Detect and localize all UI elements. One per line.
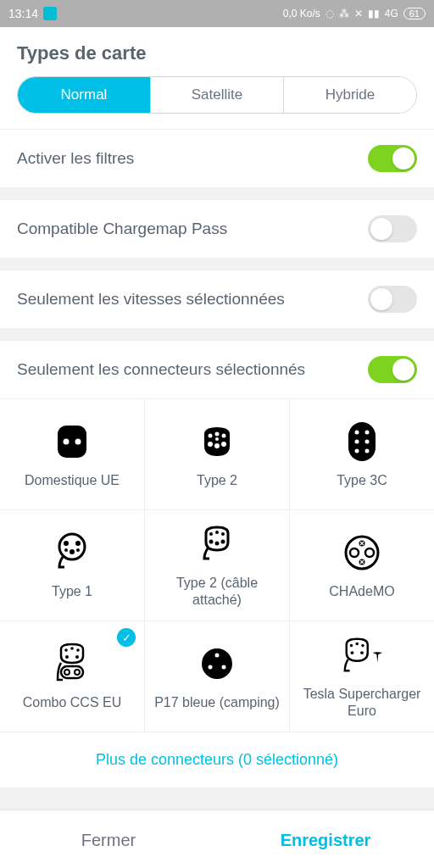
plug-type2-cable-icon — [195, 522, 239, 566]
label-enable-filters: Activer les filtres — [17, 149, 134, 168]
bluetooth-icon: ⁂ — [339, 8, 349, 19]
plug-type1-icon — [50, 531, 94, 575]
connector-label: CHAdeMO — [329, 583, 394, 600]
toggle-connectors[interactable] — [368, 356, 417, 383]
svg-point-50 — [351, 651, 354, 654]
svg-rect-0 — [58, 426, 86, 458]
plug-domestique-icon — [50, 420, 94, 464]
connector-grid: Domestique UE Type 2 Type 3C Type 1 Typ — [0, 398, 434, 732]
tab-hybride[interactable]: Hybride — [284, 77, 416, 113]
svg-point-44 — [209, 665, 213, 670]
svg-point-22 — [76, 548, 80, 552]
svg-point-48 — [355, 643, 358, 645]
svg-point-45 — [222, 665, 226, 670]
svg-point-20 — [70, 549, 75, 554]
svg-point-24 — [215, 531, 219, 534]
connector-label: Type 1 — [52, 583, 92, 600]
svg-point-18 — [64, 541, 69, 546]
toggle-enable-filters[interactable] — [368, 145, 417, 172]
row-connectors: Seulement les connecteurs sélectionnés — [0, 340, 434, 398]
connector-chademo[interactable]: CHAdeMO — [290, 510, 434, 620]
svg-point-16 — [365, 449, 370, 453]
svg-rect-46 — [215, 648, 219, 652]
svg-rect-10 — [348, 422, 376, 461]
svg-point-41 — [75, 670, 80, 675]
plug-type2-icon — [195, 420, 239, 464]
save-button[interactable]: Enregistrer — [217, 810, 434, 868]
svg-point-17 — [59, 534, 85, 559]
connector-combo-ccs[interactable]: ✓ Combo CCS EU — [0, 621, 144, 732]
svg-point-36 — [76, 648, 80, 652]
status-time: 13:14 — [8, 7, 38, 20]
plug-p17-icon — [195, 642, 239, 686]
label-connectors: Seulement les connecteurs sélectionnés — [17, 360, 305, 379]
connector-type2-cable[interactable]: Type 2 (câble attaché) — [145, 510, 289, 620]
row-enable-filters: Activer les filtres — [0, 129, 434, 187]
svg-point-42 — [202, 648, 232, 679]
map-type-tabs: Normal Satellite Hybride — [17, 76, 417, 114]
svg-point-47 — [350, 644, 353, 647]
check-icon: ✓ — [117, 628, 136, 647]
svg-point-28 — [221, 540, 225, 544]
svg-point-37 — [65, 655, 69, 659]
connector-label: Domestique UE — [25, 472, 120, 489]
svg-point-7 — [214, 443, 220, 448]
svg-point-13 — [355, 440, 359, 444]
svg-point-27 — [215, 542, 220, 546]
footer: Fermer Enregistrer — [0, 810, 434, 868]
label-chargemap-pass: Compatible Chargemap Pass — [17, 220, 227, 238]
toggle-speeds[interactable] — [368, 286, 417, 313]
svg-point-8 — [221, 442, 226, 447]
tab-satellite[interactable]: Satellite — [151, 77, 284, 113]
wifi-icon: ◌ — [326, 8, 334, 19]
connector-type1[interactable]: Type 1 — [0, 510, 144, 620]
plug-type3c-icon — [340, 420, 384, 464]
row-speeds: Seulement les vitesses sélectionnées — [0, 270, 434, 328]
connector-label: P17 bleue (camping) — [154, 694, 280, 711]
svg-point-31 — [365, 548, 374, 557]
connector-domestique-ue[interactable]: Domestique UE — [0, 399, 144, 509]
connector-p17[interactable]: P17 bleue (camping) — [145, 621, 289, 732]
more-connectors-row[interactable]: Plus de connecteurs (0 sélectionné) — [0, 732, 434, 787]
connector-label: Type 2 (câble attaché) — [150, 575, 284, 609]
svg-point-11 — [355, 431, 359, 435]
mute-icon: ✕ — [354, 8, 363, 19]
svg-point-2 — [75, 439, 81, 445]
page-title: Types de carte — [0, 27, 434, 76]
close-button[interactable]: Fermer — [0, 810, 217, 868]
svg-point-26 — [209, 540, 214, 544]
svg-point-21 — [64, 548, 68, 552]
svg-point-51 — [360, 651, 364, 654]
svg-point-4 — [215, 432, 220, 437]
svg-point-49 — [361, 644, 364, 647]
tab-normal[interactable]: Normal — [18, 77, 151, 113]
svg-point-19 — [75, 541, 81, 546]
more-connectors-link: Plus de connecteurs (0 sélectionné) — [96, 751, 338, 768]
svg-point-43 — [215, 654, 220, 658]
plug-tesla-icon — [340, 633, 384, 677]
svg-point-3 — [209, 434, 213, 438]
connector-type2[interactable]: Type 2 — [145, 399, 289, 509]
row-chargemap-pass: Compatible Chargemap Pass — [0, 199, 434, 258]
battery-indicator: 61 — [403, 8, 426, 19]
toggle-chargemap-pass[interactable] — [368, 215, 417, 242]
network-label: 4G — [385, 8, 398, 19]
connector-tesla[interactable]: Tesla Supercharger Euro — [290, 621, 434, 732]
app-icon — [43, 7, 57, 20]
status-net: 0,0 Ko/s — [283, 8, 320, 19]
svg-point-30 — [350, 548, 359, 557]
svg-point-34 — [64, 648, 68, 652]
connector-label: Tesla Supercharger Euro — [295, 686, 429, 720]
svg-point-35 — [70, 647, 74, 650]
connector-label: Type 3C — [337, 472, 387, 489]
svg-point-38 — [75, 655, 79, 659]
plug-ccs-icon — [50, 642, 94, 686]
label-speeds: Seulement les vitesses sélectionnées — [17, 290, 285, 309]
signal-icon: ▮▮ — [368, 8, 380, 19]
plug-chademo-icon — [340, 531, 384, 575]
svg-point-9 — [215, 437, 219, 441]
svg-point-25 — [221, 532, 225, 536]
connector-label: Combo CCS EU — [23, 694, 121, 711]
connector-label: Type 2 — [197, 472, 237, 489]
connector-type3c[interactable]: Type 3C — [290, 399, 434, 509]
